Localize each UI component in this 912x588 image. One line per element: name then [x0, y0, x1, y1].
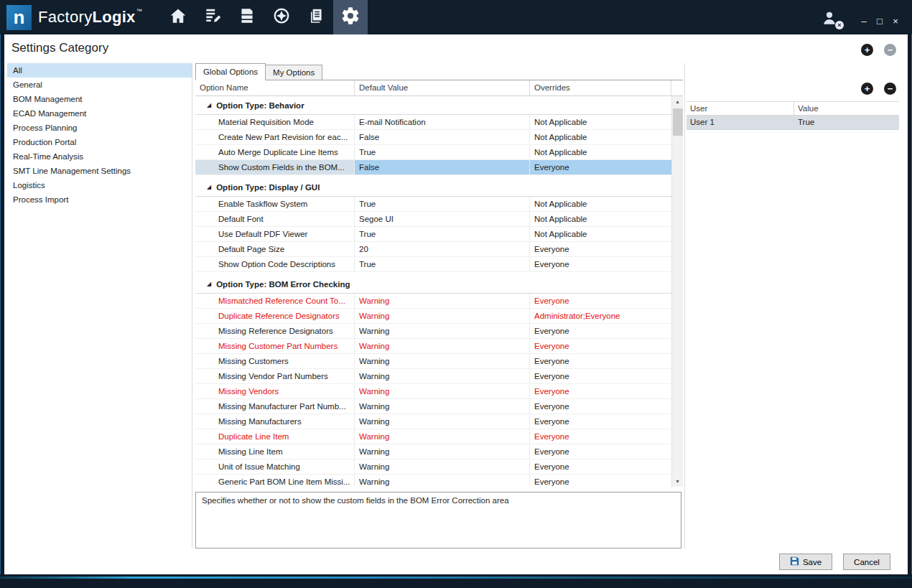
sidebar-item-process-planning[interactable]: Process Planning — [7, 121, 192, 135]
group-header-bom-error-checking[interactable]: ◢ Option Type: BOM Error Checking — [195, 275, 671, 294]
add-category-button[interactable]: + — [861, 44, 873, 56]
option-row[interactable]: Mismatched Reference Count To...WarningE… — [195, 294, 671, 309]
option-overrides-cell[interactable]: Everyone — [530, 414, 671, 429]
option-row[interactable]: Auto Merge Duplicate Line ItemsTrueNot A… — [195, 145, 671, 160]
option-overrides-cell[interactable]: Everyone — [530, 369, 671, 383]
option-default-cell[interactable]: Warning — [355, 324, 530, 338]
option-overrides-cell[interactable]: Everyone — [530, 459, 671, 474]
option-default-cell[interactable]: Warning — [355, 309, 530, 323]
remove-override-button[interactable]: − — [884, 83, 896, 95]
option-default-cell[interactable]: Warning — [355, 459, 530, 474]
option-default-cell[interactable]: False — [355, 160, 530, 174]
option-row[interactable]: Generic Part BOM Line Item Missi...Warni… — [195, 475, 671, 487]
option-overrides-cell[interactable]: Everyone — [530, 324, 671, 338]
option-name-cell[interactable]: Missing Reference Designators — [195, 324, 355, 338]
vertical-scrollbar[interactable]: ▲ ▼ — [671, 96, 683, 487]
option-overrides-cell[interactable]: Everyone — [530, 242, 671, 256]
option-overrides-cell[interactable]: Everyone — [530, 399, 671, 414]
option-name-cell[interactable]: Missing Line Item — [195, 444, 355, 459]
option-row-selected[interactable]: Show Custom Fields in the BOM...FalseEve… — [195, 160, 671, 175]
option-overrides-cell[interactable]: Not Applicable — [530, 227, 671, 241]
option-name-cell[interactable]: Missing Customer Part Numbers — [195, 339, 355, 353]
option-name-cell[interactable]: Missing Manufacturers — [195, 414, 355, 429]
option-overrides-cell[interactable]: Not Applicable — [530, 212, 671, 226]
column-header-user[interactable]: User — [687, 102, 794, 115]
option-overrides-cell[interactable]: Everyone — [530, 160, 671, 174]
sidebar-item-general[interactable]: General — [7, 78, 192, 92]
option-default-cell[interactable]: True — [355, 197, 530, 211]
remove-category-button[interactable]: − — [884, 44, 896, 56]
nav-materials-button[interactable] — [230, 0, 264, 34]
tab-my-options[interactable]: My Options — [265, 65, 322, 80]
option-default-cell[interactable]: Segoe UI — [355, 212, 530, 226]
option-overrides-cell[interactable]: Everyone — [530, 384, 671, 398]
scroll-up-arrow-icon[interactable]: ▲ — [672, 96, 683, 107]
option-name-cell[interactable]: Enable Taskflow System — [195, 197, 355, 211]
option-name-cell[interactable]: Material Requisition Mode — [195, 115, 355, 129]
option-row[interactable]: Missing Vendor Part NumbersWarningEveryo… — [195, 369, 671, 384]
option-name-cell[interactable]: Generic Part BOM Line Item Missi... — [195, 475, 355, 487]
option-default-cell[interactable]: Warning — [355, 399, 530, 414]
option-name-cell[interactable]: Unit of Issue Matching — [195, 459, 355, 474]
option-overrides-cell[interactable]: Everyone — [530, 294, 671, 308]
column-header-option-name[interactable]: Option Name — [195, 80, 355, 95]
option-default-cell[interactable]: Warning — [355, 414, 530, 429]
option-default-cell[interactable]: Warning — [355, 384, 530, 398]
option-name-cell[interactable]: Create New Part Revision for eac... — [195, 130, 355, 144]
option-row[interactable]: Material Requisition ModeE-mail Notifica… — [195, 115, 671, 130]
option-row[interactable]: Show Option Code DescriptionsTrueEveryon… — [195, 257, 671, 272]
user-status-button[interactable]: × — [821, 9, 839, 30]
option-row[interactable]: Unit of Issue MatchingWarningEveryone — [195, 459, 671, 475]
minimize-button[interactable]: – — [856, 16, 872, 27]
add-override-button[interactable]: + — [861, 83, 873, 95]
option-default-cell[interactable]: True — [355, 145, 530, 159]
option-overrides-cell[interactable]: Administrator;Everyone — [530, 309, 671, 323]
close-button[interactable]: × — [888, 16, 903, 27]
sidebar-item-process-import[interactable]: Process Import — [7, 192, 192, 207]
sidebar-item-real-time-analysis[interactable]: Real-Time Analysis — [7, 149, 192, 164]
option-row[interactable]: Missing CustomersWarningEveryone — [195, 354, 671, 369]
save-button[interactable]: Save — [779, 554, 832, 570]
option-name-cell[interactable]: Missing Customers — [195, 354, 355, 368]
sidebar-item-all[interactable]: All — [7, 63, 192, 78]
tab-global-options[interactable]: Global Options — [195, 63, 266, 80]
option-default-cell[interactable]: False — [355, 130, 530, 144]
sidebar-item-bom-management[interactable]: BOM Management — [7, 92, 192, 106]
option-default-cell[interactable]: Warning — [355, 444, 530, 459]
option-default-cell[interactable]: Warning — [355, 475, 530, 487]
option-row[interactable]: Duplicate Reference DesignatorsWarningAd… — [195, 309, 671, 324]
value-cell[interactable]: True — [794, 116, 899, 129]
option-row[interactable]: Enable Taskflow SystemTrueNot Applicable — [195, 197, 671, 212]
sidebar-item-smt-line-management[interactable]: SMT Line Management Settings — [7, 164, 192, 178]
option-name-cell[interactable]: Missing Vendor Part Numbers — [195, 369, 355, 383]
option-row[interactable]: Missing VendorsWarningEveryone — [195, 384, 671, 399]
nav-home-button[interactable] — [161, 0, 195, 34]
scrollbar-thumb[interactable] — [673, 108, 683, 136]
option-row[interactable]: Missing Reference DesignatorsWarningEver… — [195, 324, 671, 339]
option-overrides-cell[interactable]: Everyone — [530, 257, 671, 271]
option-default-cell[interactable]: Warning — [355, 294, 530, 308]
collapse-triangle-icon[interactable]: ◢ — [207, 102, 211, 108]
option-default-cell[interactable]: Warning — [355, 369, 530, 383]
option-row[interactable]: Missing Line ItemWarningEveryone — [195, 444, 671, 459]
option-name-cell[interactable]: Mismatched Reference Count To... — [195, 294, 355, 308]
option-overrides-cell[interactable]: Not Applicable — [530, 145, 671, 159]
option-row[interactable]: Use Default PDF ViewerTrueNot Applicable — [195, 227, 671, 242]
sidebar-item-logistics[interactable]: Logistics — [7, 178, 192, 192]
user-cell[interactable]: User 1 — [687, 116, 794, 129]
option-overrides-cell[interactable]: Everyone — [530, 339, 671, 353]
option-name-cell[interactable]: Show Option Code Descriptions — [195, 257, 355, 271]
option-name-cell[interactable]: Missing Manufacturer Part Numb... — [195, 399, 355, 414]
group-header-behavior[interactable]: ◢ Option Type: Behavior — [195, 96, 671, 115]
column-header-default-value[interactable]: Default Value — [355, 80, 530, 95]
option-overrides-cell[interactable]: Everyone — [530, 354, 671, 368]
nav-planning-button[interactable] — [195, 0, 230, 34]
sidebar-item-ecad-management[interactable]: ECAD Management — [7, 106, 192, 121]
option-name-cell[interactable]: Duplicate Reference Designators — [195, 309, 355, 323]
option-row[interactable]: Duplicate Line ItemWarningEveryone — [195, 429, 671, 444]
option-default-cell[interactable]: Warning — [355, 354, 530, 368]
option-default-cell[interactable]: True — [355, 227, 530, 241]
scroll-down-arrow-icon[interactable]: ▼ — [672, 476, 683, 487]
option-overrides-cell[interactable]: Everyone — [530, 475, 671, 487]
collapse-triangle-icon[interactable]: ◢ — [207, 184, 211, 190]
